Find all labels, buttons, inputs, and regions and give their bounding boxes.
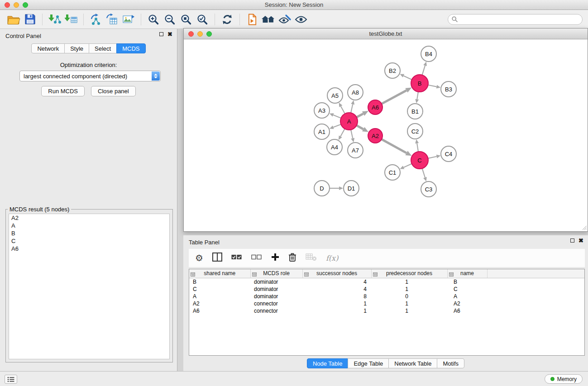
tab-node-table[interactable]: Node Table <box>307 358 349 368</box>
node-A1[interactable]: A1 <box>314 124 330 139</box>
node-C[interactable]: C <box>411 152 428 169</box>
edge-B-B3[interactable] <box>428 85 437 87</box>
table-cell[interactable]: 1 <box>371 307 447 315</box>
table-cell[interactable]: 1 <box>371 286 447 293</box>
node-B3[interactable]: B3 <box>441 81 456 97</box>
result-item[interactable]: A2 <box>9 214 169 222</box>
show-view-button[interactable] <box>293 12 309 27</box>
result-item[interactable]: A <box>9 222 169 229</box>
table-cell[interactable]: 4 <box>302 286 371 293</box>
network-zoom-button[interactable] <box>206 31 212 37</box>
network-close-button[interactable] <box>188 31 194 37</box>
search-input[interactable] <box>460 16 578 23</box>
table-cell[interactable]: dominator <box>250 278 302 286</box>
table-cell[interactable]: A <box>189 293 250 300</box>
table-settings-button[interactable]: ⚙ <box>195 253 203 262</box>
edge-C-C4[interactable] <box>428 157 437 158</box>
close-panel-button[interactable]: Close panel <box>91 86 136 96</box>
node-A4[interactable]: A4 <box>327 139 342 155</box>
node-A5[interactable]: A5 <box>327 88 343 103</box>
table-cell[interactable]: C <box>447 286 487 293</box>
combo-stepper-icon[interactable] <box>152 71 160 81</box>
network-from-table-button[interactable] <box>104 12 120 27</box>
tab-edge-table[interactable]: Edge Table <box>348 358 389 368</box>
table-cell[interactable]: A <box>447 293 487 300</box>
table-cell[interactable]: A6 <box>189 307 250 315</box>
network-minimize-button[interactable] <box>197 31 203 37</box>
network-canvas[interactable]: B4B2BB3A5A8A6B1A3AC2A1A2A4A7C4CC1C3DD1 <box>184 39 588 231</box>
open-file-button[interactable] <box>5 12 22 27</box>
home-view-button[interactable] <box>260 12 277 27</box>
edge-A-A2[interactable] <box>357 125 363 129</box>
node-D1[interactable]: D1 <box>344 181 359 196</box>
close-panel-icon[interactable]: ✖ <box>167 32 172 37</box>
table-cell[interactable]: B <box>189 278 250 286</box>
import-network-button[interactable] <box>47 12 63 27</box>
node-A8[interactable]: A8 <box>348 85 363 100</box>
edge-C-C2[interactable] <box>417 143 418 152</box>
node-C4[interactable]: C4 <box>441 146 456 162</box>
node-A7[interactable]: A7 <box>348 143 363 158</box>
save-session-button[interactable] <box>22 12 38 27</box>
result-item[interactable]: B <box>9 229 169 237</box>
resize-grip[interactable] <box>581 224 587 230</box>
table-cell[interactable]: 1 <box>371 300 447 307</box>
edge-A-A7[interactable] <box>351 130 353 138</box>
import-table-button[interactable] <box>63 12 79 27</box>
table-cell[interactable]: A2 <box>447 300 487 307</box>
table-row[interactable]: Adominator80A <box>189 293 584 300</box>
float-panel-icon[interactable] <box>570 238 574 243</box>
column-header-name[interactable]: name <box>447 269 487 278</box>
network-window-titlebar[interactable]: testGlobe.txt <box>184 29 588 39</box>
table-cell[interactable]: C <box>189 286 250 293</box>
minimize-window-button[interactable] <box>14 2 19 8</box>
node-A6[interactable]: A6 <box>368 100 382 114</box>
add-row-button[interactable] <box>271 253 279 263</box>
result-item[interactable]: A6 <box>9 245 169 253</box>
tab-motifs[interactable]: Motifs <box>437 358 464 368</box>
close-panel-icon[interactable]: ✖ <box>578 238 583 243</box>
memory-button[interactable]: Memory <box>545 374 583 384</box>
table-row[interactable]: A6connector11A6 <box>189 307 584 315</box>
edge-B-B4[interactable] <box>422 66 425 75</box>
run-mcds-button[interactable]: Run MCDS <box>41 86 85 96</box>
column-header-successor-nodes[interactable]: successor nodes <box>302 269 371 278</box>
table-row[interactable]: Bdominator41B <box>189 278 584 286</box>
node-A2[interactable]: A2 <box>368 129 382 143</box>
table-cell[interactable]: A6 <box>447 307 487 315</box>
select-all-button[interactable] <box>231 253 242 263</box>
clone-network-button[interactable] <box>88 12 104 27</box>
edge-B-B1[interactable] <box>417 92 418 100</box>
node-A3[interactable]: A3 <box>314 103 330 118</box>
optimization-criterion-select[interactable]: largest connected component (directed) <box>19 71 161 81</box>
refresh-layout-button[interactable] <box>219 12 235 27</box>
table-row[interactable]: Cdominator41C <box>189 286 584 293</box>
node-C3[interactable]: C3 <box>421 181 436 197</box>
tab-network[interactable]: Network <box>31 43 65 53</box>
edge-A-A8[interactable] <box>351 104 353 113</box>
node-B1[interactable]: B1 <box>407 104 423 119</box>
close-window-button[interactable] <box>5 2 10 8</box>
edge-A-A1[interactable] <box>333 124 341 128</box>
node-B4[interactable]: B4 <box>421 46 436 62</box>
delete-rows-button[interactable] <box>288 253 296 264</box>
node-D[interactable]: D <box>314 181 330 196</box>
result-item[interactable]: C <box>9 237 169 245</box>
table-cell[interactable]: 1 <box>302 307 371 315</box>
zoom-window-button[interactable] <box>23 2 28 8</box>
node-C1[interactable]: C1 <box>385 165 400 180</box>
split-view-button[interactable] <box>212 253 222 263</box>
function-builder-button[interactable]: f(x) <box>326 254 338 262</box>
tab-style[interactable]: Style <box>64 43 89 53</box>
table-cell[interactable]: 0 <box>371 293 447 300</box>
export-document-button[interactable] <box>244 12 260 27</box>
edge-A2-C[interactable] <box>382 139 406 153</box>
table-cell[interactable]: A2 <box>189 300 250 307</box>
zoom-fit-button[interactable] <box>178 12 194 27</box>
table-cell[interactable]: dominator <box>250 293 302 300</box>
deselect-all-button[interactable] <box>251 253 262 263</box>
table-cell[interactable]: B <box>447 278 487 286</box>
edit-visibility-button[interactable] <box>277 12 293 27</box>
tab-select[interactable]: Select <box>89 43 117 53</box>
table-cell[interactable]: connector <box>250 307 302 315</box>
